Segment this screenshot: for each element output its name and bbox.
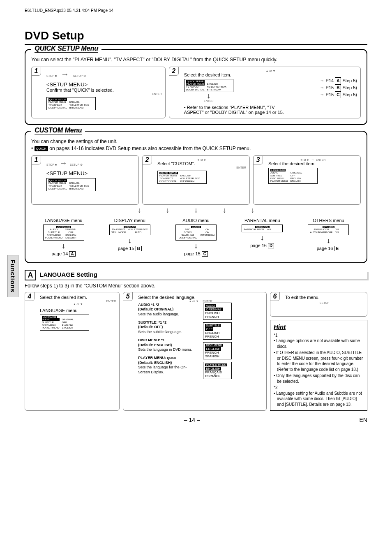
setup-menu-label: <SETUP MENU>: [46, 170, 135, 176]
setup-label: SETUP: [73, 74, 83, 77]
option-box: SUBTITLEOFFENGLISHFRENCH: [203, 322, 232, 340]
hint-line: Language options are not available with …: [274, 338, 364, 349]
hint-line: Language setting for Audio and Subtitle …: [274, 391, 364, 407]
menu-name: LANGUAGE menu: [31, 218, 96, 223]
custom-step3: 3 ◄ or ► → ENTER Select the desired item…: [253, 155, 361, 205]
page-title: DVD Setup: [25, 29, 367, 45]
quick-step1: 1 STOP ■ SETUP ⚙ <SETUP MENU> Confirm th…: [31, 67, 166, 118]
custom-step2: 2 ◄ or ► Select "CUSTOM". ENTER QUICK SE…: [142, 155, 250, 205]
select-text: Select the desired item.: [184, 72, 357, 77]
custom-intro2: • QUICK on pages 14-16 indicates DVD Set…: [31, 145, 361, 152]
hint-line: If OTHER is selected in the AUDIO, SUBTI…: [274, 350, 364, 372]
menu-name: PARENTAL menu: [230, 218, 295, 223]
option-box: AUDIOORIGINALENGLISHFRENCH: [203, 303, 232, 320]
menu-label: LANGUAGE menu: [40, 308, 116, 313]
or-label: or: [269, 69, 272, 72]
page-ref: page 16 D: [230, 243, 295, 248]
option-box: DISC MENUENGLISHFRENCHSPANISH: [203, 342, 232, 359]
step-number: 2: [169, 67, 179, 76]
select-text: Select the desired item.: [268, 161, 357, 166]
hint-note-marker: *2: [274, 385, 364, 391]
menu-row: LANGUAGE menuLANGUAGEAUDIOSUBTITLEDISC M…: [31, 218, 361, 257]
custom-step1-screen: QUICK SETUP PLAYER MENUTV ASPECTDOLBY DI…: [46, 178, 96, 191]
follow-steps-text: Follow steps 1) to 3) in the "CUSTOM Men…: [25, 283, 367, 289]
section-letter: A: [25, 270, 36, 280]
step-number: 6: [270, 292, 280, 301]
menu-col: DISPLAY menuDISPLAYTV ASPECTSTILL MODE4:…: [97, 218, 162, 257]
step-number: 1: [31, 67, 41, 76]
custom-intro1: You can change the settings of the unit.: [31, 138, 361, 145]
exit-text: To exit the menu.: [285, 295, 364, 300]
select-text: Select the desired language.: [138, 295, 263, 300]
quick-step1-screen: QUICK SETUP PLAYER MENUTV ASPECTDOLBY DI…: [46, 97, 96, 110]
hint-line: Only the languages supported by the disc…: [274, 373, 364, 384]
hint-title: Hint: [274, 323, 364, 331]
custom-menu-section: CUSTOM Menu You can change the settings …: [25, 131, 367, 263]
menu-name: DISPLAY menu: [97, 218, 162, 223]
step5-item: PLAYER MENU: QUICK(Default: ENGLISH)Sets…: [138, 356, 196, 375]
page-ref: page 15 B: [97, 246, 162, 251]
enter-label: ENTER: [157, 166, 246, 169]
select-text: Select "CUSTOM".: [157, 161, 246, 166]
step4-screen: LANGUAGE AUDIOSUBTITLEDISC MENUPLAYER ME…: [40, 315, 89, 331]
menu-col: OTHERS menuOTHERSANGLE ICONAUTO POWER OF…: [296, 218, 361, 257]
menu-screen: LANGUAGEAUDIOSUBTITLEDISC MENUPLAYER MEN…: [43, 225, 84, 241]
print-header: E61T1UD_ENSP.qx33 05.4.21 4:04 PM Page 1…: [25, 8, 367, 13]
custom-step2-screen: QUICK SETUP PLAYER MENUTV ASPECTDOLBY DI…: [157, 171, 207, 184]
setup-menu-label: <SETUP MENU>: [46, 81, 162, 88]
page-number: – 14 –: [184, 417, 200, 423]
custom-step1: 1 STOP ■ SETUP ⚙ <SETUP MENU> QUICK SETU…: [31, 155, 139, 205]
page-ref: page 15 C: [164, 251, 228, 257]
menu-col: AUDIO menuAUDIODRCDOWN SAMPLINGDOLBY DIG…: [164, 218, 228, 257]
quick-setup-section: QUICK SETUP Menu You can select the "PLA…: [25, 49, 367, 125]
step-number: 3: [253, 155, 263, 164]
step5-item: DISC MENU: *1(Default: ENGLISH)Sets the …: [138, 338, 196, 352]
menu-name: OTHERS menu: [296, 218, 361, 223]
quick-setup-intro: You can select the "PLAYER MENU", "TV AS…: [31, 56, 361, 63]
step5-item: SUBTITLE: *1 *2(Default: OFF)Sets the su…: [138, 320, 196, 335]
step-number: 2: [142, 155, 152, 164]
step-number: 1: [31, 155, 41, 164]
hint-box: Hint *1 Language options are not availab…: [270, 320, 367, 411]
menu-col: LANGUAGE menuLANGUAGEAUDIOSUBTITLEDISC M…: [31, 218, 96, 257]
setup-label: SETUP: [285, 301, 364, 304]
menu-screen: PARENTALPARENTAL LEVELALL: [242, 225, 283, 232]
lang-step6: 6 To exit the menu. SETUP: [270, 292, 367, 317]
menu-name: AUDIO menu: [164, 218, 228, 223]
language-setting-title: LANGUAGE Setting: [39, 271, 367, 279]
custom-title: CUSTOM Menu: [35, 127, 82, 134]
menu-col: PARENTAL menuPARENTALPARENTAL LEVELALL↓p…: [230, 218, 295, 257]
confirm-text: Confirm that "QUICK" is selected.: [46, 88, 162, 93]
menu-screen: OTHERSANGLE ICONAUTO POWER OFFONON: [308, 225, 349, 235]
custom-step3-screen: LANGUAGE AUDIOSUBTITLEDISC MENUPLAYER ME…: [268, 168, 318, 184]
hint-note-marker: *1: [274, 333, 364, 338]
option-box: PLAYER MENUENGLISHFRANÇAISESPAÑOL: [203, 362, 232, 379]
quick-refs: → P14 A Step 5) → P15 B Step 5) → P15 C …: [320, 77, 357, 98]
menu-screen: DISPLAYTV ASPECTSTILL MODE4:3 LETTER BOX…: [109, 225, 150, 235]
quick-setup-title: QUICK SETUP Menu: [35, 45, 98, 53]
step-number: 5: [123, 292, 133, 301]
lang-例4: 4 Select the desired item. ENTER ▲ or ▼ …: [25, 292, 120, 411]
lang-step5: 5 Select the desired language. ▲ or ▼ EN…: [123, 292, 267, 411]
step-number: 4: [25, 292, 35, 301]
select-text: Select the desired item.: [40, 295, 116, 300]
page-ref: page 14 A: [31, 251, 96, 257]
stop-label: STOP: [46, 74, 54, 77]
page-ref: page 16 E: [296, 246, 361, 251]
quick-step2-note: • Refer to the sections "PLAYER MENU", "…: [184, 105, 291, 115]
lang-code: EN: [360, 417, 367, 423]
enter-label: ENTER: [46, 93, 162, 95]
menu-screen: AUDIODRCDOWN SAMPLINGDOLBY DIGITALONONBI…: [175, 225, 217, 241]
quick-step2: 2 ▲ or ▼ Select the desired item. QUICK …: [169, 67, 361, 118]
enter-label: ENTER: [40, 300, 116, 303]
step5-item: AUDIO *1 *2(Default: ORIGINAL)Sets the a…: [138, 303, 196, 317]
enter-label: ENTER: [184, 100, 233, 102]
quick-step2-screen: QUICK SETUP PLAYER MENUTV ASPECTDOLBY DI…: [184, 79, 233, 92]
